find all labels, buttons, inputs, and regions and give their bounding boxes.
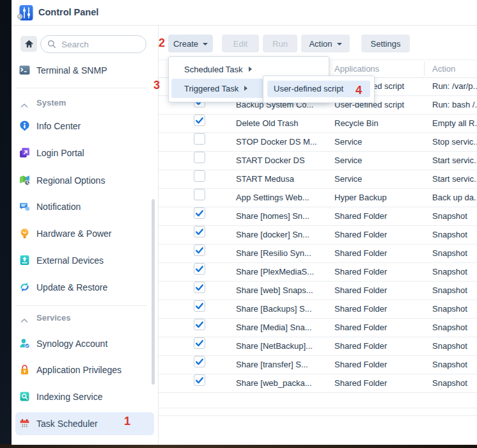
sidebar-item-notification[interactable]: Notification <box>12 197 158 216</box>
row-checkbox[interactable] <box>194 133 205 145</box>
caret-down-icon <box>203 43 208 45</box>
submenu-arrow-icon <box>244 86 247 91</box>
row-checkbox[interactable] <box>194 244 205 256</box>
row-checkbox[interactable] <box>194 319 205 330</box>
row-checkbox[interactable] <box>194 207 205 219</box>
sidebar-item-regional-options[interactable]: Regional Options <box>12 171 158 190</box>
task-name-cell: Delete Old Trash <box>236 115 299 132</box>
sidebar-section-system[interactable]: System <box>12 96 158 110</box>
external-devices-icon <box>19 255 30 266</box>
sidebar-item-terminal-snmp[interactable]: Terminal & SNMP <box>12 61 158 80</box>
row-checkbox[interactable] <box>194 356 205 367</box>
task-name-cell: Share [web_packa... <box>236 374 312 392</box>
sidebar-item-application-privileges[interactable]: Application Privileges <box>12 360 158 380</box>
action-cell: Empty all R... <box>432 115 477 132</box>
task-name-cell: STOP Docker DS M... <box>236 133 317 151</box>
notification-icon <box>19 201 30 212</box>
create-button[interactable]: Create <box>168 35 213 52</box>
sidebar-section-services[interactable]: Services <box>12 311 158 325</box>
action-cell: Back up da... <box>432 189 477 207</box>
application-cell: Shared Folder <box>334 356 387 374</box>
application-cell: Shared Folder <box>334 282 387 300</box>
titlebar: Control Panel <box>12 0 477 26</box>
settings-button[interactable]: Settings <box>361 35 410 52</box>
row-checkbox[interactable] <box>194 374 205 386</box>
column-header-action[interactable]: Action <box>432 60 455 77</box>
row-checkbox[interactable] <box>194 115 205 126</box>
sidebar-item-info-center[interactable]: Info Center <box>12 116 158 136</box>
row-checkbox[interactable] <box>194 170 205 182</box>
row-checkbox[interactable] <box>194 300 205 312</box>
table-row[interactable]: Share [Backups] S...Shared FolderSnapsho… <box>159 300 477 319</box>
task-name-cell: Share [NetBackup]... <box>236 337 313 355</box>
synology-account-icon <box>19 338 30 349</box>
menu-item-user-defined-script[interactable]: User-defined script <box>267 81 370 97</box>
table-row[interactable]: Share [web] Snaps...Shared FolderSnapsho… <box>159 282 477 300</box>
table-row[interactable]: Share [Media] Sna...Shared FolderSnapsho… <box>159 319 477 337</box>
task-name-cell: Share [Backups] S... <box>236 300 312 318</box>
run-button-label: Run <box>272 39 288 49</box>
sidebar-item-synology-account[interactable]: Synology Account <box>12 334 158 353</box>
sidebar-item-label: External Devices <box>36 251 104 270</box>
table-row[interactable]: START Docker DSServiceStart servic... <box>159 152 477 170</box>
table-row[interactable]: START MedusaServiceStart servic... <box>159 170 477 189</box>
row-checkbox[interactable] <box>194 189 205 200</box>
chevron-up-icon <box>20 99 28 106</box>
task-name-cell: Share [web] Snaps... <box>236 282 313 300</box>
application-cell: Service <box>334 133 362 151</box>
row-checkbox[interactable] <box>194 263 205 275</box>
action-button-label: Action <box>309 39 332 49</box>
table-row[interactable]: App Settings Web...Hyper BackupBack up d… <box>159 189 477 207</box>
sidebar-item-update-restore[interactable]: Update & Restore <box>12 278 158 297</box>
task-name-cell: Share [PlexMediaS... <box>236 263 314 281</box>
table-row[interactable]: Share [homes] Sn...Shared FolderSnapshot <box>159 207 477 226</box>
sidebar-divider <box>15 305 147 306</box>
step-annotation-3: 3 <box>153 79 160 92</box>
sidebar-item-label: Synology Account <box>36 334 107 353</box>
sidebar-item-label: Application Privileges <box>36 360 121 380</box>
table-row[interactable]: Share [PlexMediaS...Shared FolderSnapsho… <box>159 263 477 282</box>
sidebar-item-task-scheduler[interactable]: Task Scheduler <box>15 412 154 435</box>
home-button[interactable] <box>20 36 37 52</box>
sidebar-item-label: Info Center <box>36 116 81 136</box>
action-cell: Start servic... <box>432 170 477 188</box>
action-button[interactable]: Action <box>301 35 350 52</box>
sidebar-item-external-devices[interactable]: External Devices <box>12 251 158 270</box>
caret-down-icon <box>337 43 342 45</box>
table-row[interactable]: Share [Resilio Syn...Shared FolderSnapsh… <box>159 244 477 263</box>
action-cell: Snapshot <box>432 244 467 262</box>
terminal-icon <box>19 65 30 76</box>
sidebar-item-label: Notification <box>36 197 81 216</box>
settings-button-label: Settings <box>371 39 401 49</box>
step-annotation-2: 2 <box>159 36 165 50</box>
sidebar-item-hardware-power[interactable]: Hardware & Power <box>12 224 158 243</box>
application-cell: Service <box>334 152 362 170</box>
table-row[interactable]: Delete Old TrashRecycle BinEmpty all R..… <box>159 115 477 133</box>
column-separator[interactable] <box>424 61 425 76</box>
table-row[interactable]: Share [NetBackup]...Shared FolderSnapsho… <box>159 337 477 356</box>
sidebar-item-login-portal[interactable]: Login Portal <box>12 143 158 163</box>
table-row[interactable]: Share [web_packa...Shared FolderSnapshot <box>159 374 477 393</box>
row-checkbox[interactable] <box>194 226 205 237</box>
sidebar-item-indexing-service[interactable]: Indexing Service <box>12 387 158 406</box>
section-label: Services <box>36 311 71 325</box>
task-name-cell: Share [Media] Sna... <box>236 319 312 337</box>
application-cell: Hyper Backup <box>334 189 387 207</box>
row-checkbox[interactable] <box>194 282 205 293</box>
sidebar-scrollbar[interactable] <box>152 199 155 385</box>
control-panel-window: Control Panel Terminal & SNMPSystemInfo … <box>12 0 477 445</box>
column-header-applications[interactable]: Applications <box>334 60 379 77</box>
indexing-service-icon <box>19 391 30 402</box>
search-box[interactable] <box>40 35 146 53</box>
table-row[interactable]: Share [docker] Sn...Shared FolderSnapsho… <box>159 226 477 244</box>
action-cell: Snapshot <box>432 300 467 318</box>
row-checkbox[interactable] <box>194 152 205 163</box>
table-row[interactable]: Share [transfer] S...Shared FolderSnapsh… <box>159 356 477 374</box>
step-annotation-1: 1 <box>124 415 130 428</box>
search-input[interactable] <box>60 36 142 52</box>
table-footer-line <box>159 415 477 416</box>
row-checkbox[interactable] <box>194 337 205 349</box>
application-cell: Shared Folder <box>334 226 387 244</box>
table-row[interactable]: STOP Docker DS M...ServiceStop servic... <box>159 133 477 152</box>
hardware-power-icon <box>19 228 30 239</box>
